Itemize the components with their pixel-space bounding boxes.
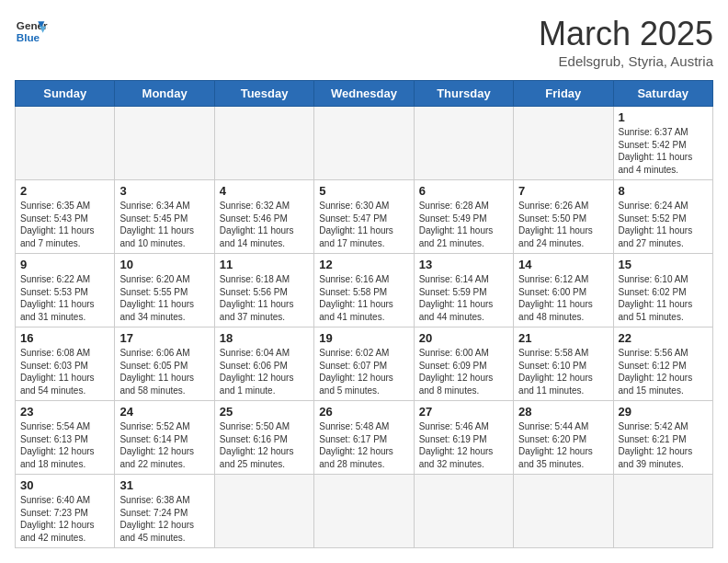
svg-text:Blue: Blue <box>17 31 40 43</box>
calendar-cell: 20Sunrise: 6:00 AM Sunset: 6:09 PM Dayli… <box>414 327 513 401</box>
day-info: Sunrise: 5:50 AM Sunset: 6:16 PM Dayligh… <box>220 420 309 470</box>
day-number: 7 <box>518 184 608 198</box>
calendar-cell: 23Sunrise: 5:54 AM Sunset: 6:13 PM Dayli… <box>16 401 115 475</box>
calendar-body: 1Sunrise: 6:37 AM Sunset: 5:42 PM Daylig… <box>16 107 713 548</box>
day-info: Sunrise: 6:34 AM Sunset: 5:45 PM Dayligh… <box>119 200 209 249</box>
calendar-cell: 18Sunrise: 6:04 AM Sunset: 6:06 PM Dayli… <box>214 327 313 401</box>
day-info: Sunrise: 6:28 AM Sunset: 5:49 PM Dayligh… <box>419 200 508 249</box>
calendar-cell: 3Sunrise: 6:34 AM Sunset: 5:45 PM Daylig… <box>115 180 214 254</box>
day-number: 13 <box>419 258 508 271</box>
day-number: 9 <box>20 258 109 271</box>
day-info: Sunrise: 6:02 AM Sunset: 6:07 PM Dayligh… <box>319 347 408 396</box>
calendar-cell: 5Sunrise: 6:30 AM Sunset: 5:47 PM Daylig… <box>314 180 414 254</box>
col-friday: Friday <box>514 81 613 107</box>
day-info: Sunrise: 6:32 AM Sunset: 5:46 PM Dayligh… <box>220 200 309 249</box>
day-number: 5 <box>319 184 408 198</box>
day-info: Sunrise: 6:14 AM Sunset: 5:59 PM Dayligh… <box>419 273 508 323</box>
calendar-cell <box>414 107 513 180</box>
calendar-cell <box>514 107 613 180</box>
col-sunday: Sunday <box>16 81 115 107</box>
col-saturday: Saturday <box>613 81 712 107</box>
calendar-title: March 2025 <box>539 15 713 53</box>
day-number: 12 <box>319 258 408 271</box>
day-info: Sunrise: 6:00 AM Sunset: 6:09 PM Dayligh… <box>419 347 508 396</box>
calendar-cell: 17Sunrise: 6:06 AM Sunset: 6:05 PM Dayli… <box>115 327 214 401</box>
calendar-cell <box>514 475 613 548</box>
calendar-cell: 7Sunrise: 6:26 AM Sunset: 5:50 PM Daylig… <box>514 180 613 254</box>
calendar-cell: 9Sunrise: 6:22 AM Sunset: 5:53 PM Daylig… <box>16 254 115 327</box>
calendar-week-6: 30Sunrise: 6:40 AM Sunset: 7:23 PM Dayli… <box>16 475 713 548</box>
day-info: Sunrise: 5:56 AM Sunset: 6:12 PM Dayligh… <box>619 347 708 396</box>
calendar-cell <box>613 475 712 548</box>
day-info: Sunrise: 6:04 AM Sunset: 6:06 PM Dayligh… <box>220 347 309 396</box>
day-number: 16 <box>20 331 109 345</box>
calendar-cell: 19Sunrise: 6:02 AM Sunset: 6:07 PM Dayli… <box>314 327 414 401</box>
calendar-week-5: 23Sunrise: 5:54 AM Sunset: 6:13 PM Dayli… <box>16 401 713 475</box>
day-info: Sunrise: 6:37 AM Sunset: 5:42 PM Dayligh… <box>619 126 708 176</box>
day-number: 20 <box>419 331 508 345</box>
calendar-cell: 25Sunrise: 5:50 AM Sunset: 6:16 PM Dayli… <box>214 401 313 475</box>
day-number: 4 <box>220 184 309 198</box>
day-info: Sunrise: 6:12 AM Sunset: 6:00 PM Dayligh… <box>518 273 608 323</box>
day-number: 21 <box>518 331 608 345</box>
day-number: 24 <box>119 405 209 419</box>
day-number: 25 <box>220 405 309 419</box>
day-info: Sunrise: 6:35 AM Sunset: 5:43 PM Dayligh… <box>20 200 109 249</box>
day-info: Sunrise: 6:20 AM Sunset: 5:55 PM Dayligh… <box>119 273 209 323</box>
calendar-cell <box>314 107 414 180</box>
calendar-cell: 10Sunrise: 6:20 AM Sunset: 5:55 PM Dayli… <box>115 254 214 327</box>
day-info: Sunrise: 6:22 AM Sunset: 5:53 PM Dayligh… <box>20 273 109 323</box>
day-info: Sunrise: 5:44 AM Sunset: 6:20 PM Dayligh… <box>518 420 608 470</box>
calendar-cell <box>115 107 214 180</box>
page-header: General Blue March 2025 Edelsgrub, Styri… <box>15 15 713 69</box>
calendar-week-2: 2Sunrise: 6:35 AM Sunset: 5:43 PM Daylig… <box>16 180 713 254</box>
day-info: Sunrise: 6:18 AM Sunset: 5:56 PM Dayligh… <box>220 273 309 323</box>
col-wednesday: Wednesday <box>314 81 414 107</box>
day-number: 29 <box>619 405 708 419</box>
day-number: 3 <box>119 184 209 198</box>
calendar-table: Sunday Monday Tuesday Wednesday Thursday… <box>15 80 713 548</box>
calendar-cell: 11Sunrise: 6:18 AM Sunset: 5:56 PM Dayli… <box>214 254 313 327</box>
calendar-cell: 4Sunrise: 6:32 AM Sunset: 5:46 PM Daylig… <box>214 180 313 254</box>
logo: General Blue <box>15 15 48 48</box>
day-number: 22 <box>619 331 708 345</box>
col-thursday: Thursday <box>414 81 513 107</box>
calendar-cell: 6Sunrise: 6:28 AM Sunset: 5:49 PM Daylig… <box>414 180 513 254</box>
calendar-subtitle: Edelsgrub, Styria, Austria <box>539 53 713 69</box>
calendar-cell: 28Sunrise: 5:44 AM Sunset: 6:20 PM Dayli… <box>514 401 613 475</box>
day-number: 8 <box>619 184 708 198</box>
col-tuesday: Tuesday <box>214 81 313 107</box>
day-number: 28 <box>518 405 608 419</box>
header-row: Sunday Monday Tuesday Wednesday Thursday… <box>16 81 713 107</box>
calendar-cell: 30Sunrise: 6:40 AM Sunset: 7:23 PM Dayli… <box>16 475 115 548</box>
calendar-cell: 21Sunrise: 5:58 AM Sunset: 6:10 PM Dayli… <box>514 327 613 401</box>
title-block: March 2025 Edelsgrub, Styria, Austria <box>539 15 713 69</box>
calendar-cell <box>16 107 115 180</box>
day-number: 2 <box>20 184 109 198</box>
day-number: 11 <box>220 258 309 271</box>
calendar-cell <box>214 107 313 180</box>
day-number: 19 <box>319 331 408 345</box>
day-info: Sunrise: 5:54 AM Sunset: 6:13 PM Dayligh… <box>20 420 109 470</box>
calendar-cell <box>414 475 513 548</box>
calendar-cell: 24Sunrise: 5:52 AM Sunset: 6:14 PM Dayli… <box>115 401 214 475</box>
day-number: 18 <box>220 331 309 345</box>
day-number: 10 <box>119 258 209 271</box>
calendar-cell: 1Sunrise: 6:37 AM Sunset: 5:42 PM Daylig… <box>613 107 712 180</box>
day-number: 17 <box>119 331 209 345</box>
day-number: 30 <box>20 478 109 492</box>
calendar-cell: 22Sunrise: 5:56 AM Sunset: 6:12 PM Dayli… <box>613 327 712 401</box>
day-info: Sunrise: 5:42 AM Sunset: 6:21 PM Dayligh… <box>619 420 708 470</box>
day-number: 14 <box>518 258 608 271</box>
calendar-cell: 12Sunrise: 6:16 AM Sunset: 5:58 PM Dayli… <box>314 254 414 327</box>
calendar-cell <box>314 475 414 548</box>
calendar-header: Sunday Monday Tuesday Wednesday Thursday… <box>16 81 713 107</box>
calendar-cell: 31Sunrise: 6:38 AM Sunset: 7:24 PM Dayli… <box>115 475 214 548</box>
calendar-cell: 15Sunrise: 6:10 AM Sunset: 6:02 PM Dayli… <box>613 254 712 327</box>
calendar-cell: 16Sunrise: 6:08 AM Sunset: 6:03 PM Dayli… <box>16 327 115 401</box>
day-info: Sunrise: 6:10 AM Sunset: 6:02 PM Dayligh… <box>619 273 708 323</box>
day-number: 15 <box>619 258 708 271</box>
calendar-cell: 26Sunrise: 5:48 AM Sunset: 6:17 PM Dayli… <box>314 401 414 475</box>
col-monday: Monday <box>115 81 214 107</box>
day-info: Sunrise: 6:06 AM Sunset: 6:05 PM Dayligh… <box>119 347 209 396</box>
